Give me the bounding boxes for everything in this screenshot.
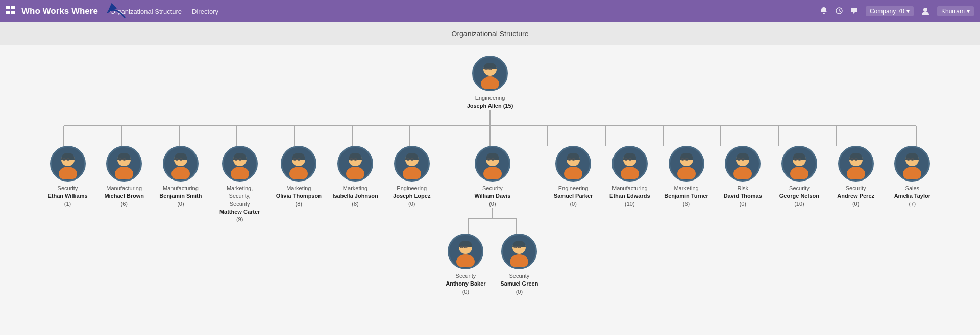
svg-rect-1 <box>11 6 15 9</box>
svg-point-8 <box>481 76 499 89</box>
node-benjamin-smith[interactable]: Manufacturing Benjamin Smith (0) <box>154 146 207 208</box>
node-george-nelson[interactable]: Security George Nelson (10) <box>772 146 826 208</box>
user-menu[interactable]: Khurram ▾ <box>937 6 974 16</box>
node-benjamin-turner[interactable]: Marketing Benjamin Turner (6) <box>659 146 713 208</box>
node-amelia-taylor[interactable]: Sales Amelia Taylor (7) <box>886 146 939 208</box>
grid-icon[interactable] <box>6 6 15 17</box>
chevron-down-icon: ▾ <box>906 8 910 15</box>
node-samuel-parker[interactable]: Engineering Samuel Parker (0) <box>547 146 600 208</box>
company-selector[interactable]: Company 70 ▾ <box>866 6 914 16</box>
page-title: Organizational Structure <box>452 30 529 38</box>
node-david-thomas[interactable]: Risk David Thomas (0) <box>716 146 770 208</box>
node-olivia-thompson[interactable]: Marketing Olivia Thompson (8) <box>272 146 326 208</box>
root-avatar <box>472 56 508 91</box>
svg-point-87 <box>621 167 639 179</box>
bell-icon[interactable] <box>820 7 828 16</box>
svg-rect-0 <box>6 6 10 9</box>
chat-icon[interactable] <box>850 7 859 16</box>
node-matthew-carter[interactable]: Marketing, Security, Security Matthew Ca… <box>210 146 269 224</box>
svg-point-54 <box>346 167 364 179</box>
svg-rect-3 <box>11 11 15 14</box>
root-name: Joseph Allen (15) <box>467 102 513 110</box>
main-content: Engineering Joseph Allen (15) <box>0 45 980 335</box>
navbar: Who Works Where Organizational Structure… <box>0 0 980 22</box>
page-header: Organizational Structure <box>0 22 980 45</box>
company-label: Company 70 <box>870 8 904 15</box>
root-label: Engineering Joseph Allen (15) <box>467 94 513 110</box>
svg-point-72 <box>456 254 475 267</box>
level2-connector-svg <box>36 125 944 146</box>
svg-point-6 <box>923 8 927 12</box>
level2-row: Security Ethan Williams (1) Manufacturin… <box>36 146 944 296</box>
svg-rect-2 <box>6 11 10 14</box>
node-samuel-green[interactable]: Security Samuel Green (0) <box>495 234 544 296</box>
node-andrew-perez[interactable]: Security Andrew Perez (0) <box>829 146 883 208</box>
app-title: Who Works Where <box>21 6 98 16</box>
level3-connector-svg <box>444 218 541 234</box>
nav-directory[interactable]: Directory <box>192 8 218 15</box>
svg-point-107 <box>847 167 865 179</box>
svg-point-92 <box>677 167 696 179</box>
svg-point-39 <box>172 167 190 179</box>
svg-point-112 <box>903 167 921 179</box>
user-avatar-icon <box>921 6 930 17</box>
svg-point-29 <box>59 167 77 179</box>
node-ethan-edwards[interactable]: Manufacturing Ethan Edwards (10) <box>603 146 656 208</box>
avatar-ethan-williams <box>50 146 86 182</box>
dept-ethan-williams: Security <box>47 185 87 192</box>
node-william-davis[interactable]: Security William Davis (0) <box>463 146 522 208</box>
level3-row: Security Anthony Baker (0) Security Samu… <box>442 234 544 296</box>
root-dept: Engineering <box>467 94 513 102</box>
svg-point-64 <box>483 167 502 179</box>
svg-point-82 <box>564 167 582 179</box>
node-anthony-baker[interactable]: Security Anthony Baker (0) <box>442 234 490 296</box>
svg-point-77 <box>510 254 528 267</box>
node-isabella-johnson[interactable]: Marketing Isabella Johnson (8) <box>329 146 382 208</box>
svg-point-59 <box>403 167 421 179</box>
nav-org-structure[interactable]: Organizational Structure <box>110 8 182 15</box>
svg-point-44 <box>231 167 249 179</box>
node-joseph-lopez[interactable]: Engineering Joseph Lopez (0) <box>385 146 438 208</box>
clock-icon[interactable] <box>835 7 843 16</box>
user-label: Khurram <box>941 8 965 15</box>
org-chart: Engineering Joseph Allen (15) <box>10 56 970 296</box>
main-nav: Organizational Structure Directory <box>110 8 218 15</box>
node-ethan-williams[interactable]: Security Ethan Williams (1) <box>41 146 94 208</box>
svg-point-102 <box>790 167 808 179</box>
node-michael-brown[interactable]: Manufacturing Michael Brown (6) <box>97 146 151 208</box>
name-ethan-williams: Ethan Williams <box>47 192 87 200</box>
count-ethan-williams: (1) <box>47 200 87 208</box>
svg-point-34 <box>115 167 133 179</box>
navbar-right: Company 70 ▾ Khurram ▾ <box>820 6 974 17</box>
svg-point-97 <box>733 167 752 179</box>
william-davis-subtree: Security William Davis (0) <box>442 146 544 296</box>
root-connector-v <box>489 110 491 125</box>
chevron-down-icon-user: ▾ <box>967 8 970 15</box>
svg-point-49 <box>289 167 308 179</box>
root-node[interactable]: Engineering Joseph Allen (15) <box>462 56 518 110</box>
